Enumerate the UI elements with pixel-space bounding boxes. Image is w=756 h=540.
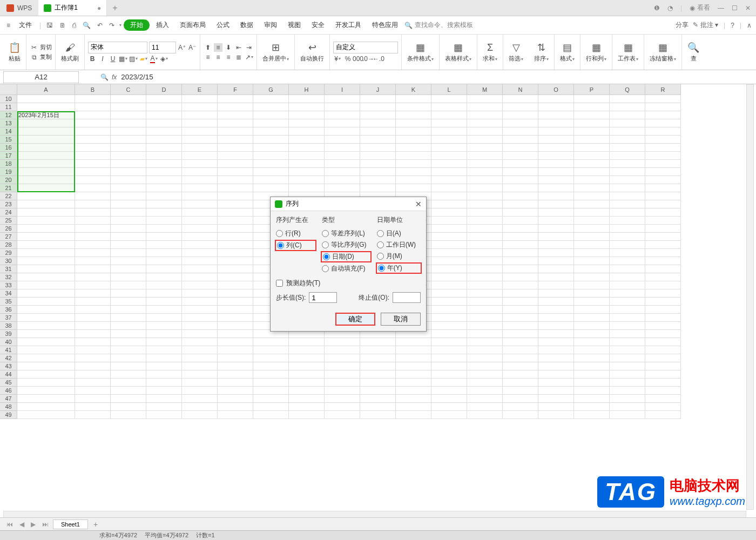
cell[interactable] xyxy=(538,249,574,257)
cell[interactable] xyxy=(146,387,182,395)
cell[interactable] xyxy=(218,306,253,314)
cell[interactable] xyxy=(467,233,503,241)
cell[interactable] xyxy=(467,192,503,200)
cell[interactable] xyxy=(146,306,182,314)
cell[interactable] xyxy=(538,346,574,354)
cell[interactable] xyxy=(111,322,146,330)
cell[interactable] xyxy=(574,184,610,192)
cell[interactable] xyxy=(17,314,75,322)
cell[interactable] xyxy=(182,273,218,281)
tab-features[interactable]: 特色应用 xyxy=(368,18,402,32)
row-header[interactable]: 23 xyxy=(0,200,17,208)
cell[interactable] xyxy=(610,346,645,354)
cell[interactable] xyxy=(75,233,111,241)
cell[interactable] xyxy=(218,95,253,103)
cell[interactable] xyxy=(645,95,681,103)
sum-button[interactable]: Σ求和▾ xyxy=(481,40,500,64)
cell[interactable] xyxy=(610,127,645,136)
col-header[interactable]: J xyxy=(360,84,396,95)
sheet-next-icon[interactable]: ▶ xyxy=(29,521,38,528)
cell[interactable] xyxy=(218,192,253,200)
step-input[interactable] xyxy=(309,292,337,303)
cell[interactable] xyxy=(538,395,574,403)
cell[interactable] xyxy=(574,338,610,346)
cell[interactable] xyxy=(218,395,253,403)
cell[interactable] xyxy=(218,322,253,330)
cell[interactable] xyxy=(538,298,574,306)
cell[interactable] xyxy=(253,144,289,152)
cell[interactable] xyxy=(645,411,681,419)
cell[interactable] xyxy=(431,119,467,127)
underline-icon[interactable]: U xyxy=(109,55,117,63)
row-header[interactable]: 25 xyxy=(0,217,17,225)
cell[interactable] xyxy=(146,298,182,306)
cell[interactable] xyxy=(503,111,538,119)
cell[interactable] xyxy=(111,127,146,136)
cell[interactable] xyxy=(17,362,75,370)
copy-button[interactable]: ⧉复制 xyxy=(30,53,52,62)
radio-arith[interactable]: 等差序列(L) xyxy=(322,228,370,239)
cell[interactable] xyxy=(17,273,75,281)
radio-autofill[interactable]: 自动填充(F) xyxy=(322,263,370,274)
cell[interactable] xyxy=(111,192,146,200)
cell[interactable] xyxy=(253,184,289,192)
cell[interactable] xyxy=(431,370,467,379)
cell[interactable] xyxy=(289,387,325,395)
cell[interactable] xyxy=(610,354,645,362)
cell[interactable] xyxy=(396,168,431,176)
cell[interactable] xyxy=(467,306,503,314)
cell[interactable] xyxy=(574,249,610,257)
print-icon[interactable]: ⎙ xyxy=(70,19,78,31)
cell[interactable] xyxy=(574,144,610,152)
cell[interactable] xyxy=(325,144,360,152)
cell[interactable] xyxy=(218,370,253,379)
cell[interactable] xyxy=(218,217,253,225)
cell[interactable] xyxy=(253,168,289,176)
cell[interactable] xyxy=(17,233,75,241)
cell[interactable] xyxy=(111,95,146,103)
cell[interactable] xyxy=(182,346,218,354)
cell[interactable] xyxy=(645,249,681,257)
cell[interactable] xyxy=(645,233,681,241)
cell[interactable] xyxy=(645,362,681,370)
cell[interactable] xyxy=(645,184,681,192)
cell[interactable] xyxy=(182,330,218,338)
badge-icon[interactable]: ❶ xyxy=(654,4,660,12)
cell[interactable] xyxy=(253,362,289,370)
cell[interactable] xyxy=(360,387,396,395)
cell[interactable] xyxy=(431,168,467,176)
cell[interactable] xyxy=(396,119,431,127)
cell[interactable] xyxy=(645,273,681,281)
cell[interactable] xyxy=(467,225,503,233)
cell[interactable] xyxy=(146,354,182,362)
cell[interactable] xyxy=(431,322,467,330)
cell[interactable] xyxy=(574,200,610,208)
cell[interactable] xyxy=(325,346,360,354)
row-header[interactable]: 18 xyxy=(0,160,17,168)
cell[interactable] xyxy=(182,387,218,395)
cell[interactable] xyxy=(182,257,218,265)
cell[interactable] xyxy=(574,387,610,395)
cell[interactable] xyxy=(538,273,574,281)
increase-font-icon[interactable]: A⁺ xyxy=(178,43,186,52)
cell[interactable] xyxy=(431,217,467,225)
cell[interactable] xyxy=(431,127,467,136)
cell[interactable] xyxy=(610,233,645,241)
cell[interactable] xyxy=(146,119,182,127)
cell[interactable] xyxy=(111,314,146,322)
cell[interactable] xyxy=(467,217,503,225)
cell[interactable] xyxy=(645,241,681,249)
col-header[interactable]: F xyxy=(218,84,253,95)
cell[interactable] xyxy=(503,346,538,354)
cell[interactable] xyxy=(218,346,253,354)
cell[interactable] xyxy=(574,136,610,144)
row-header[interactable]: 22 xyxy=(0,192,17,200)
cell[interactable] xyxy=(218,362,253,370)
cell[interactable] xyxy=(218,111,253,119)
filter-button[interactable]: ▽筛选▾ xyxy=(507,40,525,64)
cell[interactable] xyxy=(146,338,182,346)
cell[interactable] xyxy=(182,136,218,144)
cell[interactable] xyxy=(503,411,538,419)
cell[interactable] xyxy=(289,103,325,111)
radio-workday[interactable]: 工作日(W) xyxy=(377,239,421,251)
